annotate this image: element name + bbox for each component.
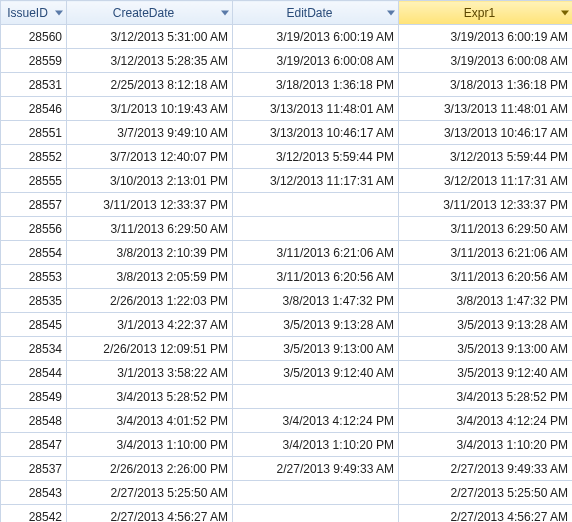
cell-createdate[interactable]: 3/12/2013 5:31:00 AM <box>67 25 233 49</box>
table-row[interactable]: 285473/4/2013 1:10:00 PM3/4/2013 1:10:20… <box>1 433 573 457</box>
table-row[interactable]: 285372/26/2013 2:26:00 PM2/27/2013 9:49:… <box>1 457 573 481</box>
cell-expr1[interactable]: 3/5/2013 9:13:00 AM <box>399 337 573 361</box>
cell-createdate[interactable]: 3/4/2013 1:10:00 PM <box>67 433 233 457</box>
table-row[interactable]: 285523/7/2013 12:40:07 PM3/12/2013 5:59:… <box>1 145 573 169</box>
cell-issueid[interactable]: 28531 <box>1 73 67 97</box>
cell-expr1[interactable]: 3/4/2013 5:28:52 PM <box>399 385 573 409</box>
cell-editdate[interactable] <box>233 217 399 241</box>
table-row[interactable]: 285553/10/2013 2:13:01 PM3/12/2013 11:17… <box>1 169 573 193</box>
cell-issueid[interactable]: 28553 <box>1 265 67 289</box>
cell-createdate[interactable]: 3/11/2013 6:29:50 AM <box>67 217 233 241</box>
cell-expr1[interactable]: 3/11/2013 6:20:56 AM <box>399 265 573 289</box>
cell-expr1[interactable]: 3/19/2013 6:00:08 AM <box>399 49 573 73</box>
cell-createdate[interactable]: 2/27/2013 4:56:27 AM <box>67 505 233 523</box>
cell-expr1[interactable]: 3/4/2013 1:10:20 PM <box>399 433 573 457</box>
cell-editdate[interactable]: 3/8/2013 1:47:32 PM <box>233 289 399 313</box>
cell-createdate[interactable]: 2/26/2013 2:26:00 PM <box>67 457 233 481</box>
cell-editdate[interactable]: 3/11/2013 6:21:06 AM <box>233 241 399 265</box>
cell-issueid[interactable]: 28543 <box>1 481 67 505</box>
dropdown-icon[interactable] <box>387 10 395 15</box>
table-row[interactable]: 285443/1/2013 3:58:22 AM3/5/2013 9:12:40… <box>1 361 573 385</box>
cell-issueid[interactable]: 28557 <box>1 193 67 217</box>
cell-issueid[interactable]: 28546 <box>1 97 67 121</box>
cell-editdate[interactable] <box>233 505 399 523</box>
cell-createdate[interactable]: 2/26/2013 1:22:03 PM <box>67 289 233 313</box>
col-header-expr1[interactable]: Expr1 <box>399 1 573 25</box>
cell-issueid[interactable]: 28552 <box>1 145 67 169</box>
cell-editdate[interactable]: 3/13/2013 11:48:01 AM <box>233 97 399 121</box>
cell-expr1[interactable]: 3/13/2013 11:48:01 AM <box>399 97 573 121</box>
cell-editdate[interactable]: 3/19/2013 6:00:08 AM <box>233 49 399 73</box>
table-row[interactable]: 285352/26/2013 1:22:03 PM3/8/2013 1:47:3… <box>1 289 573 313</box>
table-row[interactable]: 285543/8/2013 2:10:39 PM3/11/2013 6:21:0… <box>1 241 573 265</box>
cell-editdate[interactable]: 3/5/2013 9:13:28 AM <box>233 313 399 337</box>
dropdown-icon[interactable] <box>561 10 569 15</box>
cell-editdate[interactable]: 3/13/2013 10:46:17 AM <box>233 121 399 145</box>
cell-createdate[interactable]: 3/1/2013 4:22:37 AM <box>67 313 233 337</box>
cell-issueid[interactable]: 28559 <box>1 49 67 73</box>
cell-expr1[interactable]: 3/11/2013 12:33:37 PM <box>399 193 573 217</box>
cell-issueid[interactable]: 28544 <box>1 361 67 385</box>
cell-issueid[interactable]: 28547 <box>1 433 67 457</box>
cell-issueid[interactable]: 28535 <box>1 289 67 313</box>
cell-expr1[interactable]: 2/27/2013 4:56:27 AM <box>399 505 573 523</box>
cell-editdate[interactable]: 3/12/2013 5:59:44 PM <box>233 145 399 169</box>
cell-createdate[interactable]: 3/11/2013 12:33:37 PM <box>67 193 233 217</box>
cell-expr1[interactable]: 3/5/2013 9:12:40 AM <box>399 361 573 385</box>
table-row[interactable]: 285573/11/2013 12:33:37 PM3/11/2013 12:3… <box>1 193 573 217</box>
cell-editdate[interactable] <box>233 193 399 217</box>
cell-editdate[interactable]: 3/5/2013 9:12:40 AM <box>233 361 399 385</box>
cell-createdate[interactable]: 3/1/2013 3:58:22 AM <box>67 361 233 385</box>
cell-issueid[interactable]: 28548 <box>1 409 67 433</box>
cell-expr1[interactable]: 3/12/2013 11:17:31 AM <box>399 169 573 193</box>
table-row[interactable]: 285463/1/2013 10:19:43 AM3/13/2013 11:48… <box>1 97 573 121</box>
dropdown-icon[interactable] <box>221 10 229 15</box>
cell-issueid[interactable]: 28560 <box>1 25 67 49</box>
dropdown-icon[interactable] <box>55 10 63 15</box>
cell-createdate[interactable]: 2/25/2013 8:12:18 AM <box>67 73 233 97</box>
table-row[interactable]: 285342/26/2013 12:09:51 PM3/5/2013 9:13:… <box>1 337 573 361</box>
cell-issueid[interactable]: 28551 <box>1 121 67 145</box>
cell-expr1[interactable]: 3/11/2013 6:29:50 AM <box>399 217 573 241</box>
cell-createdate[interactable]: 3/1/2013 10:19:43 AM <box>67 97 233 121</box>
cell-issueid[interactable]: 28556 <box>1 217 67 241</box>
table-row[interactable]: 285432/27/2013 5:25:50 AM2/27/2013 5:25:… <box>1 481 573 505</box>
cell-createdate[interactable]: 2/26/2013 12:09:51 PM <box>67 337 233 361</box>
cell-expr1[interactable]: 3/19/2013 6:00:19 AM <box>399 25 573 49</box>
cell-editdate[interactable] <box>233 481 399 505</box>
cell-editdate[interactable]: 2/27/2013 9:49:33 AM <box>233 457 399 481</box>
cell-expr1[interactable]: 3/11/2013 6:21:06 AM <box>399 241 573 265</box>
cell-createdate[interactable]: 3/4/2013 5:28:52 PM <box>67 385 233 409</box>
col-header-issueid[interactable]: IssueID <box>1 1 67 25</box>
table-row[interactable]: 285563/11/2013 6:29:50 AM3/11/2013 6:29:… <box>1 217 573 241</box>
table-row[interactable]: 285513/7/2013 9:49:10 AM3/13/2013 10:46:… <box>1 121 573 145</box>
table-row[interactable]: 285533/8/2013 2:05:59 PM3/11/2013 6:20:5… <box>1 265 573 289</box>
cell-createdate[interactable]: 3/7/2013 9:49:10 AM <box>67 121 233 145</box>
cell-issueid[interactable]: 28554 <box>1 241 67 265</box>
cell-issueid[interactable]: 28545 <box>1 313 67 337</box>
table-row[interactable]: 285422/27/2013 4:56:27 AM2/27/2013 4:56:… <box>1 505 573 523</box>
table-row[interactable]: 285593/12/2013 5:28:35 AM3/19/2013 6:00:… <box>1 49 573 73</box>
table-row[interactable]: 285493/4/2013 5:28:52 PM3/4/2013 5:28:52… <box>1 385 573 409</box>
cell-issueid[interactable]: 28534 <box>1 337 67 361</box>
cell-editdate[interactable]: 3/4/2013 4:12:24 PM <box>233 409 399 433</box>
cell-createdate[interactable]: 3/8/2013 2:05:59 PM <box>67 265 233 289</box>
cell-editdate[interactable]: 3/19/2013 6:00:19 AM <box>233 25 399 49</box>
cell-expr1[interactable]: 2/27/2013 9:49:33 AM <box>399 457 573 481</box>
cell-editdate[interactable] <box>233 385 399 409</box>
cell-expr1[interactable]: 2/27/2013 5:25:50 AM <box>399 481 573 505</box>
table-row[interactable]: 285603/12/2013 5:31:00 AM3/19/2013 6:00:… <box>1 25 573 49</box>
cell-createdate[interactable]: 3/4/2013 4:01:52 PM <box>67 409 233 433</box>
col-header-createdate[interactable]: CreateDate <box>67 1 233 25</box>
cell-issueid[interactable]: 28555 <box>1 169 67 193</box>
cell-createdate[interactable]: 3/12/2013 5:28:35 AM <box>67 49 233 73</box>
cell-createdate[interactable]: 3/10/2013 2:13:01 PM <box>67 169 233 193</box>
col-header-editdate[interactable]: EditDate <box>233 1 399 25</box>
cell-issueid[interactable]: 28537 <box>1 457 67 481</box>
cell-expr1[interactable]: 3/18/2013 1:36:18 PM <box>399 73 573 97</box>
cell-issueid[interactable]: 28549 <box>1 385 67 409</box>
cell-createdate[interactable]: 2/27/2013 5:25:50 AM <box>67 481 233 505</box>
cell-expr1[interactable]: 3/5/2013 9:13:28 AM <box>399 313 573 337</box>
cell-issueid[interactable]: 28542 <box>1 505 67 523</box>
cell-editdate[interactable]: 3/12/2013 11:17:31 AM <box>233 169 399 193</box>
